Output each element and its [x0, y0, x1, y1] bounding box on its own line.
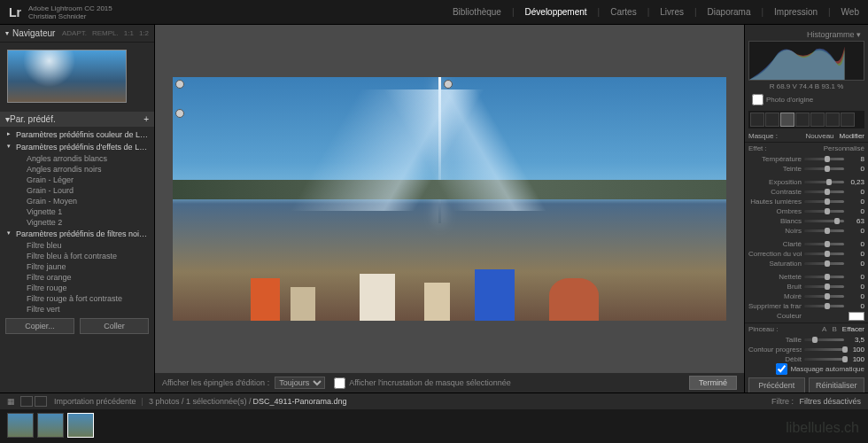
canvas[interactable] [155, 25, 744, 373]
preset-item[interactable]: Angles arrondis blancs [0, 153, 154, 164]
adjustment-pin[interactable] [175, 109, 184, 118]
brush-tab[interactable]: A [822, 325, 826, 333]
app-title: Adobe Lightroom CC 2015 [28, 4, 112, 12]
brush-title: Pinceau : [748, 325, 817, 333]
preset-item[interactable]: Vignette 1 [0, 206, 154, 217]
grid-icon[interactable]: ▦ [7, 397, 15, 406]
filter-value[interactable]: Filtres désactivés [799, 397, 861, 406]
color-label: Couleur [748, 312, 802, 320]
preset-item[interactable]: Filtre jaune [0, 261, 154, 272]
brush-tabs[interactable]: ABEffacer [817, 325, 864, 333]
import-label[interactable]: Importation précédente [54, 397, 136, 406]
nav-bibliothèque[interactable]: Bibliothèque [453, 7, 501, 17]
slider-noirs[interactable]: Noirs0 [745, 226, 868, 236]
mask-edit-button[interactable]: Modifier [840, 132, 864, 140]
zoom-opt[interactable]: 1:1 [124, 29, 134, 37]
brush-tool-icon[interactable] [810, 113, 825, 127]
slider-clarté[interactable]: Clarté0 [745, 239, 868, 249]
filmstrip-thumb[interactable] [37, 413, 64, 438]
slider-teinte[interactable]: Teinte0 [745, 164, 868, 174]
adjust-tool-icon[interactable] [841, 113, 855, 127]
add-preset-icon[interactable]: + [143, 114, 149, 124]
mask-overlay-label: Afficher l'incrustation de masque sélect… [349, 378, 511, 387]
reset-button[interactable]: Réinitialiser [809, 377, 865, 392]
pins-label: Afficher les épingles d'édition : [162, 378, 269, 387]
copy-button[interactable]: Copier... [5, 318, 74, 334]
slider-saturation[interactable]: Saturation0 [745, 259, 868, 268]
preset-group[interactable]: Paramètres prédéfinis couleur de Lightro… [0, 128, 154, 141]
crop-tool-icon[interactable] [750, 113, 764, 127]
histogram-title[interactable]: Histogramme ▾ [748, 28, 864, 41]
preset-item[interactable]: Grain - Lourd [0, 185, 154, 196]
mask-new-button[interactable]: Nouveau [806, 132, 834, 140]
redeye-tool-icon[interactable] [825, 113, 840, 127]
navigator-thumbnail[interactable] [7, 50, 127, 103]
filmstrip-thumb[interactable] [67, 413, 94, 438]
slider-bruit[interactable]: Bruit0 [745, 282, 868, 291]
brush-tab[interactable]: Effacer [842, 325, 864, 333]
brush-tab[interactable]: B [832, 325, 836, 333]
preset-item[interactable]: Filtre rouge à fort contraste [0, 293, 154, 304]
zoom-opt[interactable]: 1:2 [139, 29, 149, 37]
mask-overlay-checkbox[interactable] [334, 377, 345, 389]
photo-preview[interactable] [173, 77, 726, 321]
filter-label: Filtre : [771, 397, 794, 406]
slider-moiré[interactable]: Moiré0 [745, 291, 868, 301]
spot-tool-icon[interactable] [765, 113, 779, 127]
slider-température[interactable]: Température8 [745, 154, 868, 164]
slider-exposition[interactable]: Exposition0,23 [745, 177, 868, 187]
slider-blancs[interactable]: Blancs63 [745, 216, 868, 226]
slider-correction-du-voile[interactable]: Correction du voile0 [745, 249, 868, 259]
nav-impression[interactable]: Impression [774, 7, 818, 17]
histogram-display[interactable] [748, 41, 864, 81]
color-swatch[interactable] [849, 312, 864, 321]
preset-item[interactable]: Filtre bleu [0, 240, 154, 251]
nav-web[interactable]: Web [841, 7, 859, 17]
preset-group[interactable]: Paramètres prédéfinis d'effets de Lightr… [0, 141, 154, 153]
paste-button[interactable]: Coller [80, 318, 149, 334]
graduated-tool-icon[interactable] [795, 113, 810, 127]
previous-button[interactable]: Précédent [748, 377, 805, 392]
nav-développement[interactable]: Développement [525, 7, 587, 17]
preset-item[interactable]: Filtre vert [0, 304, 154, 313]
slider-hautes-lumières[interactable]: Hautes lumières0 [745, 197, 868, 206]
slider-contraste[interactable]: Contraste0 [745, 187, 868, 197]
zoom-opt[interactable]: ADAPT. [62, 29, 87, 37]
preset-item[interactable]: Grain - Moyen [0, 196, 154, 206]
chevron-down-icon: ▾ [5, 29, 9, 37]
adjustment-pin[interactable] [175, 80, 184, 89]
preset-item[interactable]: Vignette 2 [0, 217, 154, 228]
slider-contour-progressif[interactable]: Contour progressif100 [745, 345, 868, 354]
app-logo: Lr [9, 5, 21, 19]
slider-taille[interactable]: Taille3,5 [745, 335, 868, 345]
pins-mode-select[interactable]: Toujours [275, 377, 325, 389]
preset-item[interactable]: Filtre bleu à fort contraste [0, 251, 154, 261]
adjustment-pin[interactable] [444, 80, 453, 89]
preset-item[interactable]: Filtre rouge [0, 283, 154, 293]
effect-value[interactable]: Personnalisé [824, 144, 864, 152]
module-nav: Bibliothèque|Développement|Cartes|Livres… [453, 7, 859, 17]
preset-group[interactable]: Paramètres prédéfinis de filtres noir et… [0, 228, 154, 240]
slider-netteté[interactable]: Netteté0 [745, 272, 868, 282]
slider-supprimer-la-frange[interactable]: Supprimer la frange0 [745, 301, 868, 311]
nav-livres[interactable]: Livres [660, 7, 684, 17]
slider-ombres[interactable]: Ombres0 [745, 206, 868, 216]
preset-item[interactable]: Filtre orange [0, 272, 154, 283]
slider-débit[interactable]: Débit100 [745, 354, 868, 364]
filmstrip-thumb[interactable] [7, 413, 34, 438]
automask-label: Masquage automatique [790, 365, 864, 373]
original-photo-checkbox[interactable] [752, 94, 763, 105]
nav-diaporama[interactable]: Diaporama [708, 7, 751, 17]
automask-checkbox[interactable] [776, 363, 787, 375]
presets-header[interactable]: ▾ Par. prédéf. + [0, 112, 154, 127]
navigator-zoom-opts[interactable]: ADAPT.REMPL.1:11:2 [62, 29, 149, 37]
preset-item[interactable]: Angles arrondis noirs [0, 164, 154, 175]
view-mode-icon[interactable] [20, 396, 33, 407]
radial-tool-icon[interactable] [780, 113, 794, 127]
nav-cartes[interactable]: Cartes [610, 7, 636, 17]
zoom-opt[interactable]: REMPL. [92, 29, 119, 37]
navigator-header[interactable]: ▾ Navigateur ADAPT.REMPL.1:11:2 [0, 25, 154, 43]
done-button[interactable]: Terminé [689, 376, 737, 390]
view-mode-icon[interactable] [35, 396, 47, 407]
preset-item[interactable]: Grain - Léger [0, 175, 154, 185]
